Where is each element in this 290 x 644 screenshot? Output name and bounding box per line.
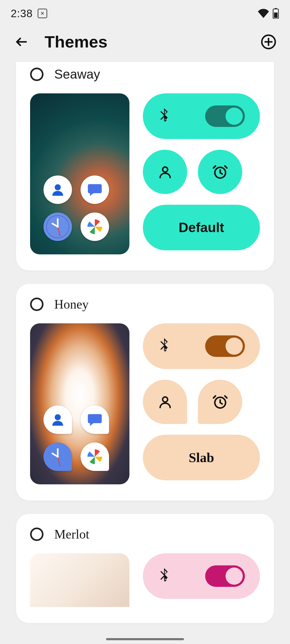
contacts-app-icon: [44, 405, 72, 434]
app-icon-grid: [44, 175, 109, 241]
svg-point-13: [55, 414, 61, 420]
add-theme-icon[interactable]: [260, 34, 277, 50]
toggle-switch[interactable]: [205, 105, 245, 127]
theme-card-seaway[interactable]: Seaway Default: [16, 62, 274, 270]
font-label: Slab: [189, 450, 214, 465]
clock-app-icon: [44, 213, 72, 241]
font-label: Default: [179, 220, 224, 235]
theme-card-merlot[interactable]: Merlot: [16, 514, 274, 623]
font-pill: Default: [143, 205, 260, 250]
theme-card-header: Honey: [30, 297, 260, 312]
bluetooth-icon: [158, 338, 170, 354]
wallpaper-thumbnail: [30, 93, 129, 254]
gesture-bar[interactable]: [106, 638, 184, 640]
svg-point-4: [55, 184, 61, 191]
alarm-circle-button: [198, 380, 242, 424]
theme-name: Seaway: [54, 67, 100, 82]
bluetooth-icon: [158, 108, 170, 124]
circle-button-row: [143, 150, 260, 194]
wallpaper-thumbnail: [30, 553, 129, 607]
theme-controls: Slab: [143, 323, 260, 484]
svg-point-18: [57, 456, 59, 458]
photos-app-icon: [81, 213, 109, 241]
theme-name: Honey: [54, 297, 89, 312]
person-circle-button: [143, 150, 187, 194]
theme-card-header: Seaway: [30, 67, 260, 82]
theme-radio[interactable]: [30, 68, 44, 81]
app-header: Themes: [0, 27, 290, 62]
battery-icon: [272, 8, 279, 19]
theme-card-honey[interactable]: Honey Slab: [16, 284, 274, 500]
status-left: 2:38 ×: [11, 8, 47, 20]
wifi-icon: [258, 9, 269, 18]
theme-controls: [143, 553, 260, 607]
contacts-app-icon: [44, 175, 72, 204]
bluetooth-toggle-pill: [143, 553, 260, 599]
bluetooth-toggle-pill: [143, 323, 260, 369]
svg-point-11: [162, 167, 168, 172]
toggle-switch[interactable]: [205, 565, 245, 587]
app-icon-grid: [44, 405, 109, 471]
theme-card-body: Slab: [30, 323, 260, 484]
bluetooth-toggle-pill: [143, 93, 260, 139]
circle-button-row: [143, 380, 260, 424]
theme-radio[interactable]: [30, 528, 44, 541]
status-bar: 2:38 ×: [0, 0, 290, 27]
messages-app-icon: [81, 405, 109, 434]
alarm-circle-button: [198, 150, 242, 194]
theme-card-header: Merlot: [30, 527, 260, 541]
clock-app-icon: [44, 442, 72, 471]
status-right: [258, 8, 279, 19]
bluetooth-icon: [158, 568, 170, 584]
theme-card-body: Default: [30, 93, 260, 254]
photos-app-icon: [81, 442, 109, 471]
theme-card-body: [30, 553, 260, 607]
toggle-switch[interactable]: [205, 335, 245, 357]
status-box-icon: ×: [38, 9, 47, 18]
theme-controls: Default: [143, 93, 260, 254]
font-pill: Slab: [143, 435, 260, 480]
page-title: Themes: [45, 32, 244, 51]
svg-point-10: [57, 226, 59, 228]
person-circle-button: [143, 380, 187, 424]
theme-name: Merlot: [54, 527, 89, 541]
wallpaper-thumbnail: [30, 323, 129, 484]
svg-point-19: [162, 397, 168, 402]
back-arrow-icon[interactable]: [15, 35, 28, 49]
svg-rect-2: [274, 13, 277, 18]
theme-radio[interactable]: [30, 298, 44, 311]
messages-app-icon: [81, 175, 109, 204]
status-time: 2:38: [11, 8, 33, 20]
